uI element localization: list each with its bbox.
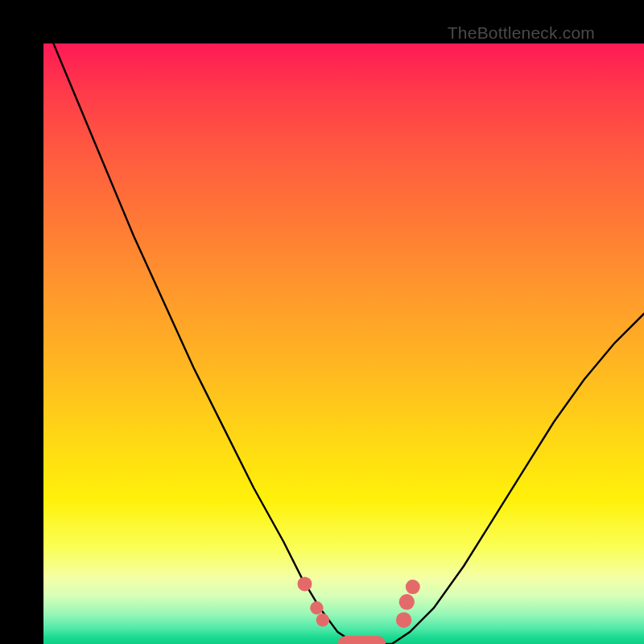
right-cluster-a (396, 613, 411, 628)
chart-svg (43, 43, 644, 644)
valley-bar (338, 636, 386, 644)
bottleneck-curve (43, 43, 644, 644)
watermark-text: TheBottleneck.com (448, 23, 595, 43)
chart-frame: TheBottleneck.com (0, 0, 644, 644)
curve-markers (298, 576, 420, 644)
left-cluster-a (298, 576, 312, 591)
left-cluster-b (310, 601, 323, 614)
plot-area (43, 43, 644, 644)
left-cluster-c (316, 613, 329, 626)
right-cluster-b (399, 594, 415, 609)
right-cluster-c (406, 580, 420, 594)
